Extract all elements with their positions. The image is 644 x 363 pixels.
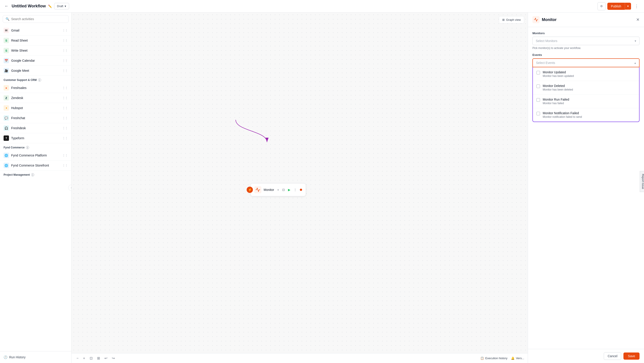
events-select-container: Select Events ▴ Monitor Updated Monitor …: [532, 58, 640, 122]
zoom-out-button[interactable]: −: [75, 356, 80, 361]
edit-icon[interactable]: ✏️: [48, 4, 52, 8]
panel-footer: Cancel Save: [528, 349, 644, 363]
option-monitor-run-failed-checkbox[interactable]: [536, 98, 540, 102]
search-box[interactable]: 🔍: [3, 15, 69, 23]
write-sheet-icon: S: [4, 48, 9, 53]
events-field-label: Events: [532, 53, 640, 56]
canvas: ⊞ Graph view ⚡ Monitor + ⊡ ▶ ⋮: [72, 12, 528, 363]
gear-icon: ⚙: [600, 4, 603, 8]
graph-view-icon: ⊞: [502, 18, 505, 21]
panel-close-button[interactable]: ✕: [636, 17, 640, 22]
fynd-storefront-label: Fynd Commerce Storefront: [11, 164, 49, 167]
version-button[interactable]: 🔔 Vers...: [511, 357, 524, 360]
drag-handle[interactable]: ⋮⋮: [62, 164, 68, 167]
lightning-badge: ⚡: [247, 187, 253, 193]
option-monitor-run-failed[interactable]: Monitor Run Failed Monitor has failed: [533, 94, 639, 108]
drag-handle[interactable]: ⋮⋮: [62, 59, 68, 62]
sidebar-item-google-meet[interactable]: 🎥 Google Meet ⋮⋮: [0, 66, 71, 76]
sidebar-item-fynd-platform[interactable]: 🌐 Fynd Commerce Platform ⋮⋮: [0, 150, 71, 160]
category-customer-support: Customer Support & CRM i: [0, 76, 71, 83]
drag-handle[interactable]: ⋮⋮: [62, 39, 68, 42]
typeform-icon: T: [4, 135, 9, 141]
run-history-link[interactable]: 🕐 Run History: [4, 354, 68, 360]
category-fynd-info-icon[interactable]: i: [26, 146, 29, 149]
execution-history-label: Execution history: [485, 357, 507, 360]
category-info-icon[interactable]: i: [38, 78, 41, 82]
freshchat-label: Freshchat: [11, 116, 25, 120]
draft-button[interactable]: Draft ▾: [54, 3, 69, 9]
drag-handle[interactable]: ⋮⋮: [62, 106, 68, 109]
publish-dropdown-button[interactable]: ▾: [625, 3, 631, 9]
read-sheet-label: Read Sheet: [11, 39, 28, 42]
save-button[interactable]: Save: [624, 353, 640, 360]
sidebar-item-fynd-storefront[interactable]: 🌐 Fynd Commerce Storefront ⋮⋮: [0, 160, 71, 171]
option-monitor-notification-failed[interactable]: Monitor Notification Failed Monitor noti…: [533, 108, 639, 122]
history-icon: 📋: [480, 357, 484, 360]
option-monitor-deleted-checkbox[interactable]: [536, 84, 540, 88]
sidebar-item-typeform[interactable]: T Typeform ⋮⋮: [0, 133, 71, 143]
drag-handle[interactable]: ⋮⋮: [62, 116, 68, 120]
sidebar-item-freshsales[interactable]: ● Freshsales ⋮⋮: [0, 83, 71, 93]
graph-view-button[interactable]: ⊞ Graph view: [499, 16, 524, 23]
drag-handle[interactable]: ⋮⋮: [62, 49, 68, 52]
gcal-label: Google Calendar: [11, 59, 35, 62]
drag-handle[interactable]: ⋮⋮: [62, 154, 68, 157]
publish-main-button[interactable]: Publish: [607, 3, 625, 10]
sidebar-item-zendesk[interactable]: Z Zendesk ⋮⋮: [0, 93, 71, 103]
sidebar-item-freshdesk[interactable]: 🎧 Freshdesk ⋮⋮: [0, 123, 71, 133]
more-options-button[interactable]: ⋮: [633, 3, 640, 9]
gmeet-label: Google Meet: [11, 69, 29, 72]
monitors-hint: Pick monitor(s) to activate your workflo…: [532, 46, 640, 50]
search-input[interactable]: [11, 17, 66, 21]
panel-title: Monitor: [532, 16, 556, 23]
drag-handle[interactable]: ⋮⋮: [62, 86, 68, 89]
draft-label: Draft: [57, 4, 63, 8]
fit-button[interactable]: ⊡: [88, 355, 94, 361]
option-monitor-notification-failed-checkbox[interactable]: [536, 112, 540, 115]
back-button[interactable]: ←: [4, 3, 10, 9]
canvas-zoom-tools: − + ⊡ ⊞ ↩ ↪: [75, 355, 116, 361]
category-project-mgmt: Project Management i: [0, 171, 71, 178]
option-monitor-deleted-desc: Monitor has been deleted: [543, 88, 573, 91]
drag-handle[interactable]: ⋮⋮: [62, 29, 68, 32]
monitors-placeholder: Select Monitors: [536, 39, 557, 43]
drag-handle[interactable]: ⋮⋮: [62, 69, 68, 72]
execution-history-button[interactable]: 📋 Execution history: [480, 357, 507, 360]
node-dot: [300, 189, 302, 191]
events-select[interactable]: Select Events ▴: [532, 58, 640, 67]
option-monitor-updated-checkbox[interactable]: [536, 71, 540, 74]
cancel-button[interactable]: Cancel: [604, 352, 621, 360]
node-view-button[interactable]: ⊡: [281, 188, 286, 192]
monitor-node[interactable]: ⚡ Monitor + ⊡ ▶ ⋮: [250, 183, 306, 196]
events-dropdown-icon: ▴: [634, 61, 636, 65]
events-placeholder: Select Events: [536, 61, 555, 65]
category-pm-info-icon[interactable]: i: [31, 173, 34, 176]
drag-handle[interactable]: ⋮⋮: [62, 126, 68, 130]
monitors-select[interactable]: Select Monitors ▾: [532, 37, 640, 45]
freshchat-icon: 💬: [4, 115, 9, 121]
option-monitor-deleted[interactable]: Monitor Deleted Monitor has been deleted: [533, 81, 639, 94]
search-icon: 🔍: [6, 17, 10, 21]
undo-button[interactable]: ↩: [103, 355, 109, 361]
node-more-button[interactable]: ⋮: [293, 188, 298, 192]
settings-button[interactable]: ⚙: [598, 2, 606, 10]
redo-button[interactable]: ↪: [110, 355, 116, 361]
option-monitor-updated[interactable]: Monitor Updated Monitor has been updated: [533, 67, 639, 81]
sidebar-item-google-calendar[interactable]: 📅 Google Calendar ⋮⋮: [0, 56, 71, 66]
node-add-button[interactable]: +: [276, 188, 280, 192]
grid-button[interactable]: ⊞: [96, 355, 101, 361]
report-issue-tab[interactable]: Report Issue: [640, 171, 644, 192]
sidebar-item-write-sheet[interactable]: S Write Sheet ⋮⋮: [0, 46, 71, 56]
node-run-button[interactable]: ▶: [287, 188, 291, 192]
category-fynd: Fynd Commerce i: [0, 143, 71, 150]
option-monitor-run-failed-title: Monitor Run Failed: [543, 98, 569, 101]
zoom-in-button[interactable]: +: [82, 356, 86, 361]
sidebar-item-freshchat[interactable]: 💬 Freshchat ⋮⋮: [0, 113, 71, 123]
drag-handle[interactable]: ⋮⋮: [62, 137, 68, 140]
panel-header: Monitor ✕: [528, 12, 644, 27]
sidebar-item-read-sheet[interactable]: S Read Sheet ⋮⋮: [0, 35, 71, 46]
sidebar-item-hubspot[interactable]: 🔸 Hubspot ⋮⋮: [0, 103, 71, 113]
drag-handle[interactable]: ⋮⋮: [62, 96, 68, 99]
sidebar-item-gmail[interactable]: ✉ Gmail ⋮⋮: [0, 25, 71, 35]
panel-title-text: Monitor: [542, 17, 556, 22]
